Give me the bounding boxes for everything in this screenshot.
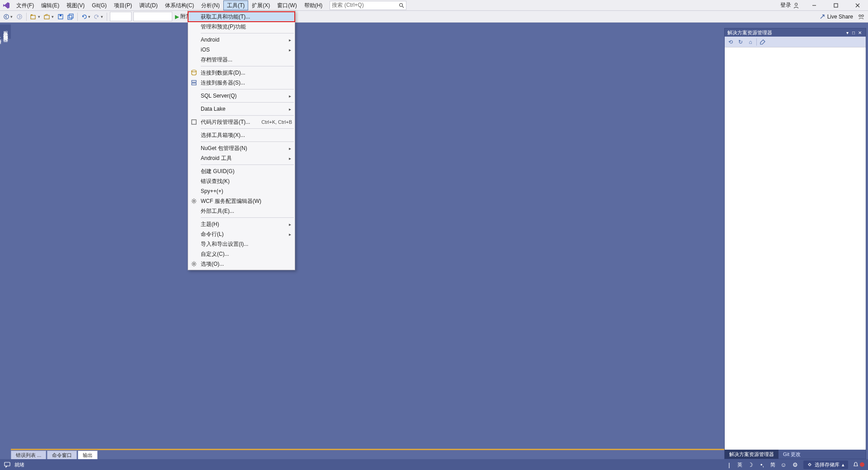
share-icon [819,14,826,20]
close-panel-icon[interactable]: ✕ [857,30,863,35]
tools-menu-item[interactable]: 外部工具(E)... [188,206,295,216]
tools-menu-item[interactable]: 存档管理器... [188,55,295,65]
left-tool-rail[interactable]: 服务器资源管理器 工具箱 [0,24,11,39]
menu-文件f[interactable]: 文件(F) [13,0,38,10]
user-icon [793,2,799,9]
svg-rect-14 [68,15,72,19]
tools-menu-item[interactable]: 连接到数据库(D)... [188,68,295,78]
tools-menu-item[interactable]: 选项(O)... [188,259,295,269]
refresh-icon[interactable]: ↻ [736,38,745,46]
tools-menu-item[interactable]: 选择工具箱项(X)... [188,130,295,140]
svg-rect-10 [31,14,33,15]
nav-forward-button[interactable] [14,12,24,22]
menu-item-shortcut: Ctrl+K, Ctrl+B [257,119,292,125]
maximize-button[interactable] [826,0,845,10]
tools-menu-item[interactable]: 代码片段管理器(T)...Ctrl+K, Ctrl+B [188,117,295,127]
solution-platform-combo[interactable] [133,12,172,21]
collapse-icon[interactable]: ⌂ [746,38,755,46]
new-project-button[interactable] [28,12,42,22]
bottom-tab[interactable]: 输出 [78,451,98,460]
redo-button[interactable] [92,12,105,22]
tools-menu-item[interactable]: 自定义(C)... [188,249,295,259]
notification-badge [860,462,864,467]
sign-in[interactable]: 登录 [778,1,802,9]
menu-窗口w[interactable]: 窗口(W) [274,0,300,10]
menubar: 文件(F)编辑(E)视图(V)Git(G)项目(P)调试(D)体系结构(C)分析… [0,0,868,11]
menu-gitg[interactable]: Git(G) [88,0,110,10]
tools-menu-item[interactable]: 错误查找(K) [188,176,295,186]
nav-back-button[interactable] [2,12,14,22]
menu-调试d[interactable]: 调试(D) [136,0,161,10]
tools-menu-item[interactable]: 连接到服务器(S)... [188,78,295,88]
pin-icon[interactable]: □ [850,30,857,35]
bottom-tab[interactable]: 错误列表 ... [11,451,46,460]
ime-lang-2[interactable]: 简 [770,461,775,468]
notifications-button[interactable] [853,461,864,468]
menu-item-label: 代码片段管理器(T)... [199,118,257,126]
ime-moon-icon[interactable]: ☽ [747,461,754,468]
tools-menu-item[interactable]: Android 工具 [188,153,295,163]
save-all-button[interactable] [66,12,75,22]
menu-工具t[interactable]: 工具(T) [223,0,248,10]
solution-config-combo[interactable] [110,12,132,21]
svg-rect-9 [31,15,35,19]
svg-rect-13 [60,14,61,16]
server-explorer-tab[interactable]: 服务器资源管理器 [2,27,9,36]
menu-编辑e[interactable]: 编辑(E) [38,0,63,10]
chevron-up-icon: ▴ [842,462,844,468]
tools-menu-item[interactable]: 主题(H) [188,219,295,229]
ime-settings-icon[interactable]: ⚙ [792,461,799,468]
tools-menu-item[interactable]: 获取工具和功能(T)... [188,12,295,22]
menu-分析n[interactable]: 分析(N) [198,0,223,10]
undo-button[interactable] [80,12,92,22]
close-button[interactable] [848,0,867,10]
tools-menu-item[interactable]: Android [188,35,295,45]
editor-status-strip [11,449,724,450]
tools-menu-item[interactable]: Spy++(+) [188,186,295,196]
feedback-button[interactable] [856,12,866,22]
bottom-tab[interactable]: 命令窗口 [47,451,77,460]
solution-explorer-body [725,47,866,450]
bottom-tool-tabs: 错误列表 ...命令窗口输出 [11,450,99,460]
select-repo-button[interactable]: 选择存储库 ▴ [803,461,848,469]
menu-扩展x[interactable]: 扩展(X) [248,0,274,10]
svg-point-8 [17,14,22,19]
tools-menu-item[interactable]: 创建 GUID(G) [188,166,295,176]
search-placeholder: 搜索 (Ctrl+Q) [332,1,399,9]
panel-options-icon[interactable]: ▾ [844,30,850,35]
svg-line-1 [402,6,404,8]
menu-项目p[interactable]: 项目(P) [110,0,136,10]
open-file-button[interactable] [42,12,56,22]
solution-tab[interactable]: 解决方案资源管理器 [725,450,778,459]
tools-menu-item[interactable]: SQL Server(Q) [188,91,295,101]
tools-menu-item[interactable]: 管理和预览(P)功能 [188,22,295,32]
ime-face-icon[interactable]: ☺ [780,461,787,468]
ime-punct-icon[interactable]: •, [759,461,766,468]
ime-lang-1[interactable]: 英 [737,461,742,468]
menu-item-label: WCF 服务配置编辑器(W) [199,197,292,205]
minimize-button[interactable] [805,0,824,10]
menu-item-label: 选择工具箱项(X)... [199,132,292,139]
status-comment-icon[interactable] [4,461,11,468]
tools-menu-item[interactable]: 命令行(L) [188,229,295,239]
solution-explorer-header[interactable]: 解决方案资源管理器 ▾ □ ✕ [725,28,866,37]
menu-separator [201,89,294,89]
database-icon [189,70,199,76]
tools-menu-item[interactable]: 导入和导出设置(I)... [188,239,295,249]
search-box[interactable]: 搜索 (Ctrl+Q) [330,1,406,10]
properties-icon[interactable] [759,38,767,46]
tools-menu-item[interactable]: Data Lake [188,104,295,114]
menu-视图v[interactable]: 视图(V) [63,0,88,10]
home-icon[interactable]: ⟲ [726,38,735,46]
toolbox-tab[interactable]: 工具箱 [0,33,2,36]
solution-tab[interactable]: Git 更改 [778,450,805,459]
menu-体系结构c[interactable]: 体系结构(C) [161,0,198,10]
menu-帮助h[interactable]: 帮助(H) [301,0,326,10]
tools-menu-item[interactable]: WCF 服务配置编辑器(W) [188,196,295,206]
tools-menu-item[interactable]: iOS [188,45,295,55]
menu-separator [201,33,294,33]
gear-icon [189,261,199,267]
tools-menu-item[interactable]: NuGet 包管理器(N) [188,143,295,153]
live-share-button[interactable]: Live Share [816,12,856,22]
save-button[interactable] [56,12,66,22]
